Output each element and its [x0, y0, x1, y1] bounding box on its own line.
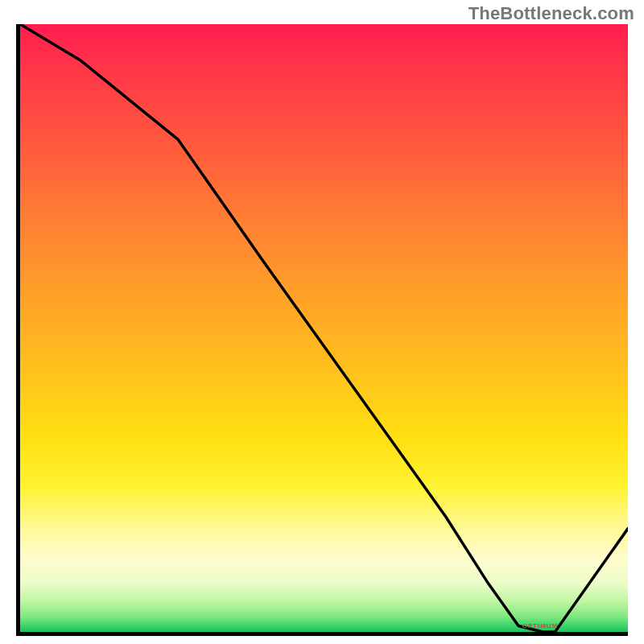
curve-path: [20, 24, 628, 632]
attribution-text: TheBottleneck.com: [469, 3, 634, 24]
chart-container: TheBottleneck.com OPTIMUM: [0, 0, 644, 644]
optimum-label: OPTIMUM: [522, 622, 559, 630]
bottleneck-curve: [20, 24, 628, 632]
plot-area: OPTIMUM: [16, 24, 628, 636]
